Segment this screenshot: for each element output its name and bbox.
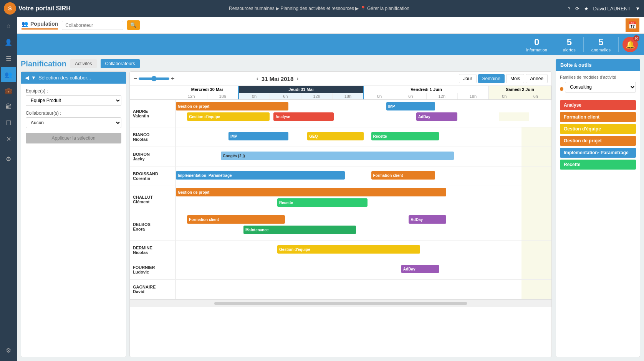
left-panel-body: Equipe(s) : Equipe Produit Collaborateur… <box>21 84 126 357</box>
cal-timeline: Gestion de projet Recette <box>176 186 551 213</box>
population-label: Population <box>30 21 58 27</box>
sidebar-item-briefcase[interactable]: 💼 <box>1 83 16 98</box>
alertes-count: 5 <box>563 37 576 48</box>
prev-button[interactable]: ‹ <box>257 75 258 82</box>
collaborateur-select[interactable]: Aucun <box>26 117 121 128</box>
topbar: S Votre portail SIRH Ressources humaines… <box>0 0 644 17</box>
weekend-fill <box>521 260 551 279</box>
view-jour-button[interactable]: Jour <box>459 74 476 83</box>
apply-button[interactable]: Appliquer la sélection <box>26 133 121 143</box>
left-panel: ◀ ▼ Sélection des collabor... Equipe(s) … <box>21 71 126 357</box>
activity-chip-implementation[interactable]: Implémentation- Paramétrage <box>560 148 636 158</box>
event-adday[interactable]: AdDay <box>416 112 458 121</box>
view-mois-button[interactable]: Mois <box>506 74 524 83</box>
left-panel-header[interactable]: ◀ ▼ Sélection des collabor... <box>21 72 126 84</box>
event-formation[interactable]: Formation client <box>187 215 285 224</box>
event-recette[interactable]: Recette <box>371 132 439 140</box>
cal-nav: ‹ 31 Mai 2018 › <box>257 75 299 82</box>
information-label: information <box>526 48 547 52</box>
event-analyse[interactable]: Analyse <box>273 112 333 121</box>
event-adday[interactable]: AdDay <box>409 215 446 224</box>
event-maintenance[interactable]: Maintenance <box>243 226 356 234</box>
event-gestion-equipe[interactable]: Gestion d'équipe <box>187 112 270 121</box>
event-imp[interactable]: IMP <box>386 102 435 110</box>
zoom-slider[interactable] <box>139 77 169 80</box>
event-gestion-projet[interactable]: Gestion de projet <box>176 102 288 110</box>
stats-bar: 0 information 5 alertes 5 anomalies 🔔 10 <box>17 34 644 55</box>
person-row-broissand: BROISSANDCorentin Implémentation- Paramé… <box>130 166 551 186</box>
search-input[interactable] <box>62 21 123 30</box>
weekend-fill <box>521 241 551 260</box>
help-icon[interactable]: ? <box>568 6 570 12</box>
view-semaine-button[interactable]: Semaine <box>478 74 505 83</box>
sidebar-item-home[interactable]: ⌂ <box>1 18 16 34</box>
event-implementation[interactable]: Implémentation- Paramétrage <box>176 171 345 180</box>
star-icon[interactable]: ★ <box>584 6 589 12</box>
history-icon[interactable]: ⟳ <box>575 6 579 12</box>
zoom-out-button[interactable]: − <box>134 75 137 82</box>
alert-button[interactable]: 🔔 10 <box>622 37 638 52</box>
horizontal-scrollbar[interactable] <box>214 302 467 305</box>
person-name: BIANCONicolas <box>130 127 176 147</box>
population-tab[interactable]: 👥 Population <box>22 21 58 30</box>
next-button[interactable]: › <box>296 75 298 82</box>
user-dropdown-icon[interactable]: ▼ <box>635 6 640 12</box>
activity-chip-recette[interactable]: Recette <box>560 160 636 170</box>
search-button[interactable]: 🔍 <box>127 20 140 30</box>
sidebar-item-team[interactable]: 👥 <box>1 67 16 82</box>
cal-toolbar: − + ‹ 31 Mai 2018 › <box>130 72 551 86</box>
right-panel: Boîte à outils Familles de modèles d'act… <box>556 59 640 357</box>
person-name: BROISSANDCorentin <box>130 166 176 186</box>
event-gestion-projet[interactable]: Gestion de projet <box>176 188 446 196</box>
sidebar-item-box[interactable]: ☐ <box>1 115 16 130</box>
sidebar-item-building[interactable]: 🏛 <box>1 99 16 114</box>
weekend-fill <box>521 213 551 240</box>
stat-alertes: 5 alertes <box>555 37 584 52</box>
sidebar-item-user[interactable]: 👤 <box>1 35 16 50</box>
collapse-icon[interactable]: ◀ <box>25 75 29 81</box>
sidebar-bottom: ⚙ <box>1 151 16 170</box>
activity-chip-gestion-projet[interactable]: Gestion de projet <box>560 136 636 146</box>
planif-header: Planification Activités Collaborateurs <box>21 59 552 68</box>
bell-icon: 🔔 <box>626 40 635 49</box>
event-recette[interactable]: Recette <box>277 198 368 207</box>
planification-section: Planification Activités Collaborateurs ◀… <box>21 59 552 357</box>
anomalies-label: anomalies <box>591 48 611 52</box>
cal-timeline: Formation client AdDay Maintenance <box>176 213 551 240</box>
user-name[interactable]: David LAURENT <box>593 6 631 12</box>
event-geq[interactable]: GEQ <box>307 132 364 140</box>
event-gestion-equipe[interactable]: Gestion d'équipe <box>277 245 420 254</box>
event-adday[interactable]: AdDay <box>401 265 439 273</box>
person-name: ANDREValentin <box>130 100 176 127</box>
activity-chip-analyse[interactable]: Analyse <box>560 100 636 110</box>
family-select[interactable]: Consulting <box>565 82 636 92</box>
event-conges[interactable]: Congés (2 j) <box>221 152 454 160</box>
activity-chip-formation[interactable]: Formation client <box>560 112 636 122</box>
tab-activites[interactable]: Activités <box>70 59 97 68</box>
settings-icon[interactable]: ⚙ <box>0 343 17 358</box>
app-logo: S Votre portail SIRH <box>4 2 71 15</box>
equipe-select[interactable]: Equipe Produit <box>26 95 121 106</box>
sidebar-item-settings[interactable]: ⚙ <box>1 151 16 166</box>
topbar-actions: ? ⟳ ★ David LAURENT ▼ <box>568 6 640 12</box>
view-annee-button[interactable]: Année <box>526 74 548 83</box>
day-samedi: Samedi 2 Juin 0h 6h <box>489 86 551 99</box>
sidebar-item-menu[interactable]: ☰ <box>1 51 16 66</box>
person-row-boiron: BOIRONJacky Congés (2 j) <box>130 147 551 166</box>
zoom-controls: − + <box>134 75 175 82</box>
person-row-andre: ANDREValentin Gestion de projet IMP Gest… <box>130 100 551 127</box>
person-name: GAGNAIREDavid <box>130 280 176 299</box>
activity-chip-gestion-equipe[interactable]: Gestion d'équipe <box>560 124 636 134</box>
equipe-label: Equipe(s) : <box>26 88 121 94</box>
person-row-dermine: DERMINENicolas Gestion d'équipe <box>130 241 551 260</box>
sidebar-item-tools[interactable]: ✕ <box>1 131 16 147</box>
zoom-in-button[interactable]: + <box>171 75 174 82</box>
day-jeudi: Jeudi 31 Mai 0h 6h 12h 18h <box>239 86 364 99</box>
calendar-icon[interactable]: 📅 <box>626 18 639 32</box>
cal-timeline: Implémentation- Paramétrage Formation cl… <box>176 166 551 186</box>
breadcrumb: Ressources humaines ▶ Planning des activ… <box>74 6 564 11</box>
event-imp[interactable]: IMP <box>228 132 288 140</box>
tab-collaborateurs[interactable]: Collaborateurs <box>101 59 140 68</box>
event-formation[interactable]: Formation client <box>371 171 435 180</box>
cal-date: 31 Mai 2018 <box>262 76 293 82</box>
